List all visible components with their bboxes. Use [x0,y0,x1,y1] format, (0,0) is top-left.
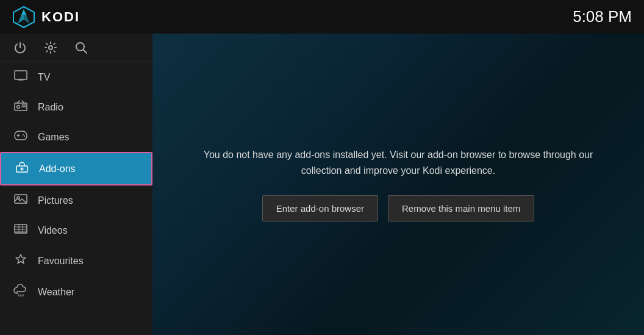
sidebar-item-videos-label: Videos [38,225,68,236]
sidebar-item-addons-label: Add-ons [39,164,76,175]
sidebar-item-tv[interactable]: TV [0,62,152,92]
games-icon [13,130,28,144]
sidebar-item-weather[interactable]: Weather [0,276,152,308]
sidebar-item-tv-label: TV [38,72,50,83]
weather-icon [13,284,28,300]
sidebar-item-pictures[interactable]: Pictures [0,186,152,215]
videos-icon [13,223,28,237]
sidebar-item-pictures-label: Pictures [38,195,73,206]
main-layout: TV Radio [0,34,644,335]
pictures-icon [13,193,28,207]
svg-marker-3 [24,14,30,24]
content-inner: You do not have any add-ons installed ye… [179,135,618,234]
sidebar-item-videos[interactable]: Videos [0,215,152,245]
search-icon[interactable] [74,41,88,54]
button-row: Enter add-on browser Remove this main me… [191,195,606,222]
svg-rect-7 [15,71,27,79]
svg-marker-2 [18,14,24,24]
sidebar-item-weather-label: Weather [38,287,74,298]
remove-menu-item-button[interactable]: Remove this main menu item [388,195,534,222]
content-area: You do not have any add-ons installed ye… [152,34,644,335]
content-message: You do not have any add-ons installed ye… [191,147,606,178]
enter-browser-button[interactable]: Enter add-on browser [262,195,378,222]
svg-point-11 [17,106,20,109]
sidebar-item-favourites-label: Favourites [38,256,84,267]
radio-icon [13,100,28,114]
sidebar-item-radio[interactable]: Radio [0,92,152,122]
tv-icon [13,70,28,84]
sidebar-item-favourites[interactable]: Favourites [0,245,152,276]
clock-display: 5:08 PM [573,7,632,26]
power-icon[interactable] [13,41,27,54]
kodi-logo-icon [12,5,35,29]
sidebar-nav: TV Radio [0,62,152,335]
favourites-icon [13,253,28,268]
sidebar: TV Radio [0,34,152,335]
header: KODI 5:08 PM [0,0,644,34]
sidebar-item-games[interactable]: Games [0,122,152,152]
sidebar-item-games-label: Games [38,132,70,143]
svg-point-5 [49,46,52,49]
sidebar-item-radio-label: Radio [38,102,63,113]
sidebar-item-addons[interactable]: Add-ons [0,152,152,186]
svg-point-17 [24,135,25,137]
sidebar-top-icons [0,34,152,62]
app-title: KODI [41,9,80,25]
svg-point-16 [23,134,24,135]
settings-icon[interactable] [44,41,57,54]
logo-area: KODI [12,5,80,29]
addons-icon [15,161,29,176]
